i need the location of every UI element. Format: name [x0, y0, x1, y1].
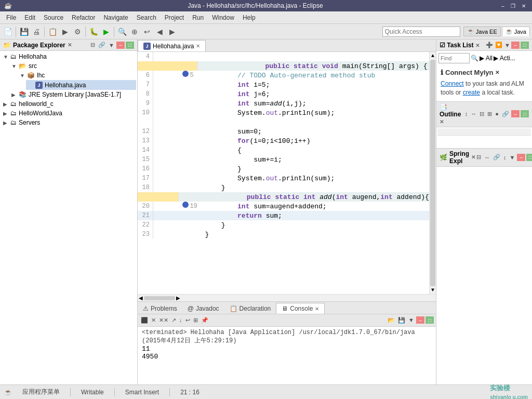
find-input[interactable] [438, 53, 470, 63]
perspective-java-ee[interactable]: ☕ Java EE [463, 26, 501, 36]
menu-search[interactable]: Search [132, 13, 161, 22]
quick-access-input[interactable] [382, 26, 460, 37]
spring-minimize-btn[interactable]: – [517, 154, 525, 161]
hscroll-left-icon[interactable]: ◀ [139, 295, 143, 301]
hscroll-thumb[interactable] [144, 296, 175, 300]
tree-item-src[interactable]: ▼ 📂 src [9, 61, 136, 71]
tree-item-servers[interactable]: ▶ 🗂 Servers [1, 118, 136, 127]
task-filter-icon[interactable]: 🔽 [494, 41, 503, 49]
pkg-minimize-btn[interactable]: – [116, 42, 125, 49]
spring-maximize-btn[interactable]: □ [526, 154, 532, 161]
menu-help[interactable]: Help [238, 13, 260, 22]
toolbar-new-button[interactable]: 📄 [2, 26, 14, 37]
outline-btn-1[interactable]: ↕ [464, 110, 469, 118]
scroll-thumb[interactable] [430, 60, 435, 286]
tree-item-helloworldjava[interactable]: ▶ 🗂 HelloWorldJava [1, 109, 136, 118]
toolbar-btn-1[interactable]: 📋 [47, 26, 58, 37]
task-add-icon[interactable]: ➕ [485, 41, 494, 49]
spring-btn-3[interactable]: 🔗 [492, 153, 501, 161]
toolbar-run-btn[interactable]: ▶ [100, 26, 112, 37]
outline-btn-4[interactable]: ⊞ [486, 110, 493, 118]
tree-item-jre[interactable]: ▶ 📚 JRE System Library [JavaSE-1.7] [9, 90, 136, 99]
create-link[interactable]: create [463, 89, 480, 96]
menu-navigate[interactable]: Navigate [99, 13, 132, 22]
console-terminate-icon[interactable]: ⬛ [140, 316, 149, 324]
tab-javadoc[interactable]: @ Javadoc [182, 303, 224, 314]
tree-item-hellohaha[interactable]: ▼ 🗂 Hellohaha [1, 52, 136, 61]
toolbar-search-btn[interactable]: 🔍 [116, 26, 128, 37]
pkg-link-icon[interactable]: 🔗 [97, 41, 107, 49]
toolbar-debug-btn[interactable]: 🐛 [88, 26, 99, 37]
console-close-icon[interactable]: ✕ [315, 306, 319, 312]
menu-window[interactable]: Window [208, 13, 238, 22]
perspective-java[interactable]: ☕ Java [502, 26, 530, 36]
spring-close-icon[interactable]: ✕ [471, 154, 475, 160]
spring-btn-1[interactable]: ⊟ [475, 153, 482, 161]
menu-refactor[interactable]: Refactor [68, 13, 99, 22]
close-button[interactable]: ✕ [520, 2, 528, 9]
outline-btn-2[interactable]: ↔ [470, 110, 477, 118]
console-maximize-btn[interactable]: □ [425, 316, 434, 324]
console-minimize-btn[interactable]: – [416, 316, 424, 324]
editor-scrollbar[interactable]: ▲ ▼ [429, 52, 436, 294]
actions-label[interactable]: ▶ Acti... [494, 55, 515, 62]
outline-minimize-btn[interactable]: – [511, 110, 520, 117]
menu-source[interactable]: Source [39, 13, 68, 22]
hscroll-right-icon[interactable]: ▶ [176, 295, 180, 301]
connect-link[interactable]: Connect [441, 80, 464, 87]
tab-close-icon[interactable]: ✕ [196, 43, 200, 49]
pkg-collapse-icon[interactable]: ⊟ [89, 41, 96, 49]
spring-menu-icon[interactable]: ▼ [509, 154, 516, 161]
menu-project[interactable]: Project [161, 13, 188, 22]
spring-btn-2[interactable]: ↔ [483, 154, 491, 161]
console-pin-icon[interactable]: 📌 [200, 316, 209, 324]
console-save-icon[interactable]: 💾 [397, 316, 406, 324]
console-open-file-icon[interactable]: 📂 [387, 316, 396, 324]
outline-btn-6[interactable]: 🔗 [501, 110, 510, 118]
pkg-explorer-close-icon[interactable]: ✕ [68, 42, 72, 48]
toolbar-save-button[interactable]: 💾 [18, 26, 30, 37]
toolbar-btn-2[interactable]: ⊕ [129, 26, 140, 37]
all-label[interactable]: ▶ All [480, 55, 493, 62]
editor-tab-hellohaha[interactable]: J Hellohaha.java ✕ [138, 40, 206, 51]
menu-file[interactable]: File [2, 13, 20, 22]
toolbar-run-history[interactable]: ▶ [59, 26, 71, 37]
console-remove-all-icon[interactable]: ✕✕ [158, 316, 169, 324]
console-expand-icon[interactable]: ⊞ [192, 316, 199, 324]
spring-btn-4[interactable]: ↕ [502, 154, 508, 161]
toolbar-build-btn[interactable]: ⚙ [72, 26, 83, 37]
menu-edit[interactable]: Edit [20, 13, 39, 22]
restore-button[interactable]: ❐ [509, 2, 517, 9]
editor-area[interactable]: 4 5 public static void main(String[] arg… [138, 52, 436, 294]
pkg-menu-icon[interactable]: ▼ [108, 42, 115, 49]
task-maximize-btn[interactable]: □ [521, 42, 529, 49]
toolbar-fwd-btn[interactable]: ▶ [166, 26, 178, 37]
scroll-down-icon[interactable]: ▼ [431, 287, 434, 293]
tab-problems[interactable]: ⚠ Problems [138, 303, 182, 314]
tab-console[interactable]: 🖥 Console ✕ [276, 303, 325, 314]
pkg-maximize-btn[interactable]: □ [126, 42, 134, 49]
outline-btn-3[interactable]: ⊟ [478, 110, 485, 118]
task-minimize-btn[interactable]: – [511, 42, 520, 49]
console-scroll-icon[interactable]: ↓ [178, 316, 183, 324]
task-list-close-icon[interactable]: ✕ [475, 43, 480, 48]
outline-close-icon[interactable]: ✕ [440, 119, 444, 125]
tree-item-helloworld-c[interactable]: ▶ 🗂 helloworld_c [1, 99, 136, 109]
mylyn-close-icon[interactable]: ✕ [495, 70, 499, 75]
console-menu-icon[interactable]: ▼ [407, 316, 415, 324]
task-menu-icon[interactable]: ▼ [503, 42, 511, 49]
console-goto-icon[interactable]: ↗ [170, 316, 177, 324]
tree-item-hellohaha-java[interactable]: J Hellohaha.java [26, 80, 136, 90]
tree-item-lhc[interactable]: ▼ 📦 lhc [18, 71, 136, 80]
editor-hscrollbar[interactable]: ◀ ▶ [138, 294, 436, 301]
console-wordwrap-icon[interactable]: ↩ [184, 316, 191, 324]
toolbar-btn-3[interactable]: ↩ [141, 26, 153, 37]
toolbar-print-button[interactable]: 🖨 [31, 26, 42, 37]
minimize-button[interactable]: – [499, 2, 507, 9]
tab-declaration[interactable]: 📋 Declaration [224, 303, 276, 314]
outline-scrollbar[interactable] [437, 128, 531, 136]
find-search-icon[interactable]: 🔍 [471, 55, 478, 62]
toolbar-back-btn[interactable]: ◀ [154, 26, 165, 37]
outline-maximize-btn[interactable]: □ [521, 110, 529, 117]
console-remove-icon[interactable]: ✕ [150, 316, 157, 324]
